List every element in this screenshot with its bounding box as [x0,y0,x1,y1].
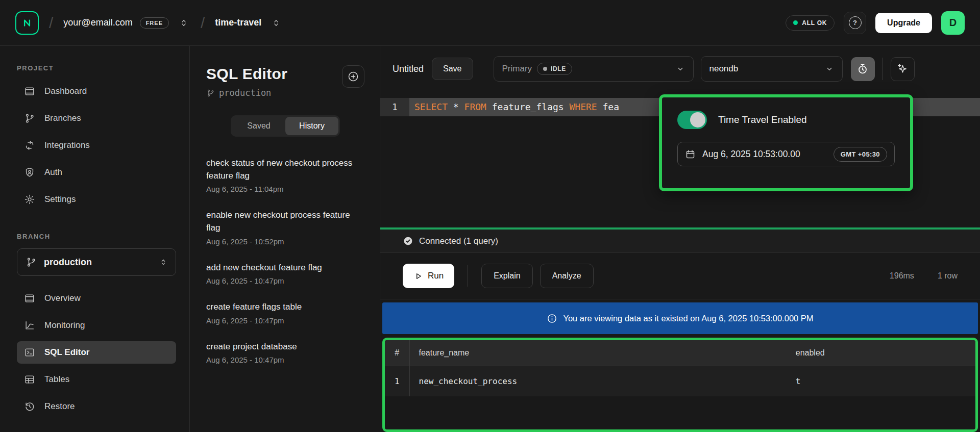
history-list: check status of new checkout process fea… [206,157,364,364]
user-avatar[interactable]: D [941,11,965,35]
branch-section-label: BRANCH [17,233,176,240]
system-status-pill[interactable]: ALL OK [786,15,835,31]
project-switcher-button[interactable] [270,16,283,30]
sidebar-item-settings[interactable]: Settings [17,188,176,211]
datetime-value: Aug 6, 2025 10:53:00.00 [702,149,827,160]
cell-row-index: 1 [385,366,409,397]
time-travel-datetime-field[interactable]: Aug 6, 2025 10:53:00.00 GMT +05:30 [677,142,895,166]
query-meta: 196ms 1 row [890,271,958,281]
page-title: SQL Editor [206,65,287,83]
sidebar-item-label: Restore [44,401,75,412]
history-item[interactable]: add new checkout feature flag Aug 6, 202… [206,262,364,286]
sidebar-item-label: Branches [44,113,81,123]
sidebar-item-label: Integrations [44,140,90,150]
chevron-down-icon [676,64,685,73]
explain-button[interactable]: Explain [481,264,532,288]
help-button[interactable]: ? [844,12,866,34]
chevron-updown-icon [159,258,167,267]
chevron-updown-icon [272,18,281,28]
compute-selector[interactable]: Primary IDLE [494,56,694,82]
cell-feature-name: new_checkout_process [409,366,787,397]
plus-circle-icon [347,70,359,83]
history-item-title: create feature flags table [206,301,364,314]
sidebar-item-label: Monitoring [44,320,85,331]
sidebar-item-label: Auth [44,167,62,177]
compute-status: IDLE [551,65,566,72]
time-travel-toggle[interactable] [677,111,707,129]
ai-assist-button[interactable] [891,57,915,81]
branch-selector[interactable]: production [17,248,176,276]
topbar-actions: ALL OK ? Upgrade D [786,11,965,35]
project-name[interactable]: time-travel [215,17,261,28]
tab-history[interactable]: History [285,117,338,135]
history-item[interactable]: create feature flags table Aug 6, 2025 -… [206,301,364,325]
sidebar-item-label: Overview [44,293,81,303]
results-table: # feature_name enabled 1 new_checkout_pr… [385,340,975,396]
time-travel-button[interactable] [851,57,875,81]
timezone-badge: GMT +05:30 [834,147,887,162]
history-item-timestamp: Aug 6, 2025 - 10:52pm [206,237,364,246]
dashboard-icon [24,86,35,97]
sidebar-item-sql-editor[interactable]: SQL Editor [17,341,176,364]
sidebar-item-dashboard[interactable]: Dashboard [17,80,176,103]
sidebar-item-restore[interactable]: Restore [17,395,176,418]
calendar-icon [685,149,696,160]
table-row: 1 new_checkout_process t [385,366,975,397]
tables-icon [24,374,35,385]
idle-dot-icon [543,67,547,71]
sidebar-item-overview[interactable]: Overview [17,287,176,310]
actions-divider [468,265,468,287]
history-item-title: add new checkout feature flag [206,262,364,274]
history-item-timestamp: Aug 6, 2025 - 10:47pm [206,316,364,325]
column-header-enabled: enabled [787,340,975,366]
query-tab-title[interactable]: Untitled [393,64,424,74]
account-switcher-button[interactable] [177,16,190,30]
branches-icon [24,113,35,124]
time-travel-banner: You are viewing data as it existed on Au… [382,302,978,334]
sidebar-item-label: Tables [44,374,69,385]
sidebar-item-integrations[interactable]: Integrations [17,134,176,157]
history-item[interactable]: enable new checkout process feature flag… [206,209,364,245]
upgrade-button[interactable]: Upgrade [875,13,932,33]
panel-branch-name: production [219,88,271,98]
new-query-button[interactable] [342,65,364,88]
connection-status-text: Connected (1 query) [419,236,498,246]
top-bar: / your@email.com FREE / time-travel ALL … [0,0,980,46]
history-item-title: create project database [206,341,364,353]
tab-saved[interactable]: Saved [232,117,285,135]
history-item[interactable]: check status of new checkout process fea… [206,157,364,193]
neon-logo[interactable] [15,11,39,35]
branch-icon [206,89,215,97]
saved-history-tabs: Saved History [231,115,340,137]
cell-enabled: t [787,366,975,397]
time-travel-popup: Time Travel Enabled Aug 6, 2025 10:53:00… [659,94,913,191]
query-row-count: 1 row [938,271,958,281]
query-duration: 196ms [890,271,914,281]
status-dot-icon [793,20,798,25]
status-label: ALL OK [802,19,827,27]
column-header-index: # [385,340,409,366]
stopwatch-icon [856,63,869,75]
results-section: You are viewing data as it existed on Au… [380,299,980,432]
history-item[interactable]: create project database Aug 6, 2025 - 10… [206,341,364,365]
compute-name: Primary [502,64,532,74]
breadcrumb-separator: / [201,14,205,32]
connection-status-bar: Connected (1 query) [380,230,980,253]
sparkles-icon [896,63,909,75]
sidebar-item-monitoring[interactable]: Monitoring [17,314,176,337]
results-table-annotation: # feature_name enabled 1 new_checkout_pr… [382,338,978,432]
save-button[interactable]: Save [432,58,473,80]
sidebar-item-tables[interactable]: Tables [17,368,176,391]
question-mark-icon: ? [849,16,862,29]
analyze-button[interactable]: Analyze [540,264,594,288]
neon-logo-icon [20,16,34,30]
sidebar-spacer [17,215,176,233]
breadcrumb-separator: / [49,14,53,32]
run-button[interactable]: Run [403,264,454,288]
restore-icon [24,401,35,412]
sidebar-item-auth[interactable]: Auth [17,161,176,184]
sidebar-item-branches[interactable]: Branches [17,107,176,130]
database-selector[interactable]: neondb [701,56,843,82]
account-email[interactable]: your@email.com [63,17,132,28]
sidebar-item-label: SQL Editor [44,347,89,358]
